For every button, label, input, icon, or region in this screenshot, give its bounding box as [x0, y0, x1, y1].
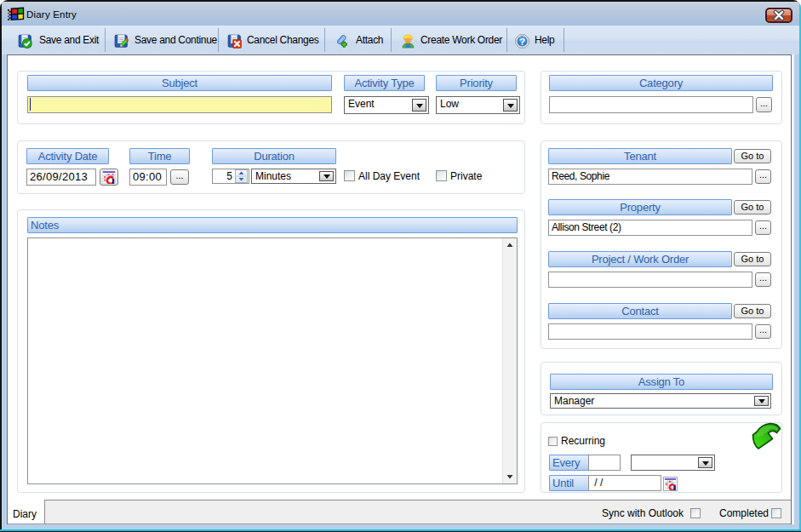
svg-text:?: ?: [519, 37, 525, 47]
